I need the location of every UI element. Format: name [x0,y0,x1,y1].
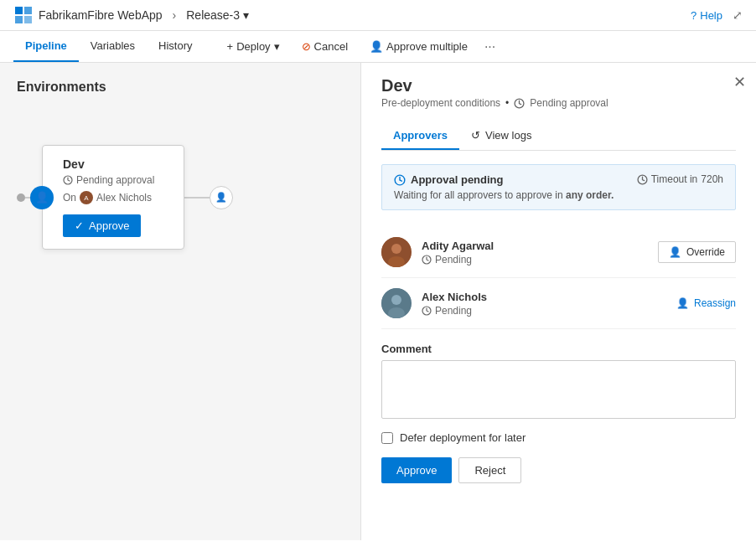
svg-rect-1 [24,7,32,14]
approve-multiple-icon: 👤 [370,40,383,53]
action-buttons: Approve Reject [381,457,736,483]
deploy-button[interactable]: + Deploy ▾ [218,35,289,58]
pipeline-connector-2 [184,197,210,199]
svg-rect-3 [24,16,32,23]
tab-view-logs[interactable]: ↺ View logs [459,122,543,150]
approve-multiple-label: Approve multiple [386,40,468,53]
topbar: FabrikamFibre WebApp › Release-3 ▾ ? Hel… [0,0,756,31]
dev-node-name: Dev [63,157,172,171]
breadcrumb-chevron: › [173,8,177,22]
final-approve-button[interactable]: Approve [381,457,452,483]
dev-assignee-name: Alex Nichols [96,192,152,204]
banner-left: Approval pending Waiting for all approve… [394,173,614,201]
cancel-button[interactable]: ⊘ Cancel [293,35,357,58]
defer-row: Defer deployment for later [381,431,736,444]
expand-icon[interactable]: ⤢ [733,8,743,22]
alex-avatar [381,288,412,318]
alex-status-icon [422,306,432,316]
detail-tabs: Approvers ↺ View logs [381,122,736,151]
override-button[interactable]: 👤 Override [658,241,736,263]
tab-variables[interactable]: Variables [79,31,147,62]
tab-pipeline[interactable]: Pipeline [13,31,79,62]
next-stage-node[interactable]: 👤 [210,186,233,209]
main-content: Environments 👤 Dev Pending approval [0,63,756,540]
alex-status: Pending [422,305,676,317]
release-name: Release-3 [186,8,240,22]
banner-title-text: Approval pending [411,173,504,186]
alex-action: 👤 Reassign [676,297,736,309]
banner-subtitle-prefix: Waiting for all approvers to approve in [394,189,563,201]
pipeline-panel: Environments 👤 Dev Pending approval [0,63,360,540]
svg-rect-0 [15,7,23,14]
final-reject-button[interactable]: Reject [458,457,521,483]
assignee-avatar: A [80,191,93,204]
detail-subtitle: Pre-deployment conditions • Pending appr… [381,97,736,109]
tab-approvers[interactable]: Approvers [381,122,459,150]
adity-avatar [381,237,412,267]
release-selector[interactable]: Release-3 ▾ [186,8,249,22]
environments-title: Environments [17,80,344,95]
help-icon: ? [691,9,696,22]
override-label: Override [686,246,725,258]
approvers-list: Adity Agarwal Pending 👤 Override [381,227,736,329]
detail-title: Dev [381,76,736,95]
banner-title: Approval pending [394,173,614,186]
approval-banner: Approval pending Waiting for all approve… [381,164,736,210]
adity-status-icon [422,255,432,265]
adity-status-label: Pending [435,254,472,266]
alex-status-label: Pending [435,305,472,317]
banner-clock-icon [394,174,406,186]
nav-tabs: Pipeline Variables History + Deploy ▾ ⊘ … [0,31,756,63]
subtitle-clock-icon [514,98,525,109]
deploy-label: Deploy [236,40,270,53]
nav-actions: + Deploy ▾ ⊘ Cancel 👤 Approve multiple [218,35,477,58]
pipeline-start-node [17,193,25,202]
release-dropdown-icon[interactable]: ▾ [243,8,249,22]
timeout-value: 720h [701,173,723,185]
reassign-icon: 👤 [676,297,689,309]
deploy-dropdown-icon[interactable]: ▾ [274,40,280,53]
reassign-button[interactable]: 👤 Reassign [676,297,736,309]
comment-input[interactable] [381,360,736,419]
dev-assignee-row: On A Alex Nichols [63,191,172,204]
banner-timeout: Timeout in 720h [637,173,723,185]
dev-environment-node[interactable]: 👤 Dev Pending approval On A Alex Nichols [42,145,184,250]
help-button[interactable]: ? Help [691,9,722,22]
deploy-plus-icon: + [227,40,234,53]
view-logs-icon: ↺ [471,129,480,142]
approve-button[interactable]: ✓ Approve [63,214,141,237]
approve-label: Approve [89,219,129,232]
dev-node-status: Pending approval [63,174,172,186]
alex-info: Alex Nichols Pending [422,291,676,317]
banner-subtitle: Waiting for all approvers to approve in … [394,189,614,201]
reassign-label: Reassign [694,297,736,309]
banner-subtitle-emphasis: any order. [566,189,614,201]
clock-icon [63,175,73,185]
app-logo: FabrikamFibre WebApp [13,5,163,25]
adity-name: Adity Agarwal [422,240,658,252]
more-options-icon[interactable]: ··· [480,35,500,59]
on-label: On [63,192,76,204]
dev-status-label: Pending approval [76,174,154,186]
alex-avatar-image [381,288,412,318]
view-logs-label: View logs [485,129,531,142]
svg-point-9 [391,244,401,254]
defer-label[interactable]: Defer deployment for later [400,431,526,444]
detail-panel: ✕ Dev Pre-deployment conditions • Pendin… [360,63,756,540]
approve-multiple-button[interactable]: 👤 Approve multiple [360,35,477,58]
override-icon: 👤 [669,246,681,258]
app-name: FabrikamFibre WebApp [39,8,163,22]
tab-history[interactable]: History [147,31,204,62]
pipeline-diagram: 👤 Dev Pending approval On A Alex Nichols [17,145,344,250]
help-label: Help [700,9,722,22]
approver-row-alex: Alex Nichols Pending 👤 Reassign [381,278,736,329]
dev-avatar: 👤 [30,186,54,209]
azure-logo-icon [13,5,34,25]
comment-label: Comment [381,343,736,355]
approver-row-adity: Adity Agarwal Pending 👤 Override [381,227,736,278]
close-button[interactable]: ✕ [733,73,746,91]
cancel-label: Cancel [314,40,348,53]
adity-info: Adity Agarwal Pending [422,240,658,266]
subtitle-status: Pending approval [530,97,608,109]
defer-checkbox[interactable] [381,432,393,444]
